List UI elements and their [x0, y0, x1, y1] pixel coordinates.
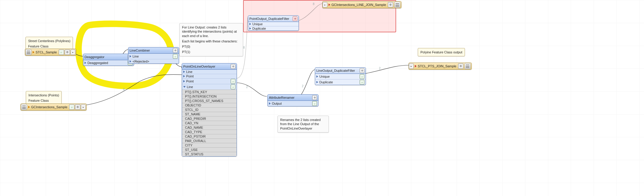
- transformer-pointoutput-duplicatefilter[interactable]: PointOutput_DuplicateFilter ⚙ Unique Dup…: [248, 15, 299, 31]
- annot-text: Each list begins with these characters:: [182, 39, 240, 43]
- port-arrow-icon: [249, 27, 251, 30]
- transformer-title: PointOnLineOverlayer: [183, 65, 229, 68]
- attribute-row: CAD_NAME: [182, 125, 237, 130]
- edge-label: 8: [243, 46, 245, 49]
- edge-label: 8: [313, 2, 315, 6]
- inspect-icon[interactable]: ⌕: [69, 104, 74, 110]
- transformer-title: AttributeRenamer: [269, 96, 311, 99]
- gear-icon[interactable]: ⚙: [312, 95, 317, 100]
- attribute-row: PT{}.CROSS_ST_NAMES: [182, 98, 237, 103]
- annot-text: Renames the 2 lists created from the Lin…: [280, 118, 326, 130]
- port-arrow-icon: [130, 55, 131, 58]
- annot-text: Street Centerlines (Polylines): [28, 39, 70, 43]
- gear-icon[interactable]: ⚙: [388, 2, 393, 7]
- attribute-row: PAR_OVRALL: [182, 138, 237, 143]
- transformer-attributerenamer[interactable]: AttributeRenamer ⚙ Output ⌕: [267, 94, 318, 106]
- port-rejected[interactable]: <Rejected>: [128, 59, 179, 63]
- expand-icon[interactable]: ▸: [323, 2, 327, 7]
- port-arrow-icon: [85, 62, 86, 64]
- port-duplicate[interactable]: Duplicate ⌕: [315, 79, 366, 85]
- port-label: Line: [186, 70, 235, 74]
- reader-stcl-sample[interactable]: STCL_Sample ⌕ ⚙ ▸: [25, 49, 76, 56]
- gear-icon[interactable]: ⚙: [231, 64, 235, 69]
- transformer-lineoutput-duplicatefilter[interactable]: LineOutput_DuplicateFilter ⚙ Unique ⌕ Du…: [315, 67, 366, 85]
- annot-text: Feature Class: [28, 44, 70, 48]
- port-duplicate[interactable]: Duplicate: [248, 26, 299, 31]
- transformer-title: Deaggregator: [85, 55, 127, 59]
- expand-icon[interactable]: ▸: [81, 104, 86, 110]
- port-unique[interactable]: Unique ⌕: [315, 74, 366, 79]
- port-arrow-icon: [130, 60, 131, 63]
- port-label: Deaggregated: [87, 61, 127, 65]
- arrow-in-icon: [329, 4, 330, 6]
- database-icon: [465, 63, 471, 69]
- attribute-row: PT{}.STN_KEY: [182, 90, 237, 94]
- inspect-icon[interactable]: ⌕: [231, 79, 235, 84]
- writer-stcl-pts-join[interactable]: ▸ STCL_PTS_JOIN_Sample ⚙: [409, 63, 472, 70]
- inspect-icon[interactable]: ⌕: [173, 54, 178, 59]
- inspect-icon[interactable]: ⌕: [231, 85, 235, 89]
- port-label: Output: [272, 102, 311, 105]
- transformer-pointonlineoverlayer[interactable]: PointOnLineOverlayer ⚙ Line Point Point …: [182, 63, 237, 157]
- annot-text: PT(0): [182, 44, 240, 49]
- port-arrow-icon: [316, 75, 318, 78]
- reader-gcintersections-sample[interactable]: GCIntersections_Sample ⌕ ⚙ ▸: [20, 103, 87, 111]
- port-label: <Rejected>: [133, 60, 178, 63]
- port-deaggregated[interactable]: Deaggregated ⌕: [83, 60, 134, 66]
- gear-icon[interactable]: ⚙: [75, 104, 80, 110]
- edge-label: 2: [302, 85, 304, 88]
- writer-gcintersections-line-join[interactable]: ▸ GCIntersections_LINE_JOIN_Sample ⚙: [322, 1, 401, 8]
- attribute-row: ST_NAME: [182, 112, 237, 116]
- annot-text: Intersections (Points): [28, 93, 59, 97]
- attribute-row: ST_USE: [182, 147, 237, 152]
- transformer-linecombiner[interactable]: LineCombiner ⚙ Line ⌕ <Rejected>: [128, 47, 179, 64]
- port-label: Line: [133, 55, 172, 58]
- port-label: Line: [187, 85, 229, 89]
- port-label: Unique: [252, 22, 297, 26]
- transformer-title: LineOutput_DuplicateFilter: [316, 69, 358, 72]
- port-arrow-icon: [316, 81, 318, 83]
- inspect-icon[interactable]: ⌕: [59, 50, 64, 55]
- gear-icon[interactable]: ⚙: [173, 48, 178, 53]
- database-icon: [25, 49, 31, 55]
- gear-icon[interactable]: ⚙: [458, 63, 463, 69]
- gear-icon[interactable]: ⚙: [360, 68, 364, 73]
- expand-icon[interactable]: ▸: [71, 50, 75, 55]
- port-output[interactable]: Output ⌕: [268, 101, 318, 106]
- inspect-icon[interactable]: ⌕: [360, 74, 364, 79]
- annot-text: Polyine Feature Class output: [420, 50, 462, 54]
- transformer-title: LineCombiner: [130, 49, 172, 52]
- inspect-icon[interactable]: ⌕: [360, 80, 364, 85]
- edge-label: 8: [123, 88, 125, 91]
- attribute-row: ST_STATUS: [182, 152, 237, 156]
- arrow-in-icon: [415, 65, 417, 67]
- gear-icon[interactable]: ⚙: [293, 16, 297, 21]
- port-arrow-icon: [183, 80, 185, 82]
- edge-label: 2: [246, 85, 248, 89]
- chevron-down-icon: [183, 86, 186, 88]
- edge-label: 2: [379, 67, 381, 70]
- port-arrow-icon: [269, 102, 271, 105]
- arrow-out-icon: [33, 51, 34, 53]
- attribute-row: OBJECTID: [182, 103, 237, 107]
- annot-text: For Line Output: creates 2 lists identif…: [182, 25, 240, 38]
- database-icon: [21, 104, 27, 110]
- feature-name: STCL_PTS_JOIN_Sample: [418, 64, 458, 68]
- transformer-title: PointOutput_DuplicateFilter: [249, 17, 291, 20]
- gear-icon[interactable]: ⚙: [65, 50, 70, 55]
- expand-icon[interactable]: ▸: [409, 63, 414, 69]
- port-line[interactable]: Line ⌕: [128, 54, 179, 59]
- port-arrow-icon: [249, 23, 251, 25]
- transformer-deaggregator[interactable]: Deaggregator ⚙ Deaggregated ⌕: [83, 54, 134, 66]
- annot-text: PT(1): [182, 50, 240, 54]
- port-in-line[interactable]: Line: [182, 70, 237, 74]
- annotation-writer-desc: Polyine Feature Class output: [418, 48, 465, 56]
- port-out-line[interactable]: Line ⌕: [182, 84, 237, 90]
- port-out-point[interactable]: Point ⌕: [182, 78, 237, 84]
- inspect-icon[interactable]: ⌕: [312, 101, 317, 106]
- attribute-row: CAD_PREDIR: [182, 116, 237, 121]
- port-unique[interactable]: Unique: [248, 22, 299, 26]
- port-label: Duplicate: [319, 80, 358, 84]
- port-in-point[interactable]: Point: [182, 74, 237, 78]
- port-label: Point: [186, 79, 229, 83]
